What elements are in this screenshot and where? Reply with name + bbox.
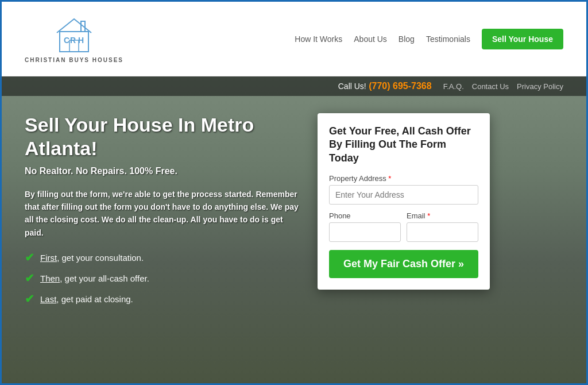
checkmark-icon-3: ✔	[25, 292, 34, 306]
faq-link[interactable]: F.A.Q.	[443, 82, 464, 91]
hero-section: Call Us! (770) 695-7368 F.A.Q. Contact U…	[2, 76, 586, 385]
nav-blog[interactable]: Blog	[399, 34, 415, 44]
main-nav: How It Works About Us Blog Testimonials …	[295, 29, 563, 49]
required-marker: *	[388, 174, 391, 183]
hero-content: Sell Your House In Metro Atlanta! No Rea…	[2, 96, 586, 323]
address-field-group: Property Address *	[329, 174, 478, 205]
step-1: ✔ First, get your consultation.	[25, 251, 300, 264]
hero-topbar: Call Us! (770) 695-7368 F.A.Q. Contact U…	[2, 76, 586, 96]
checkmark-icon-2: ✔	[25, 271, 34, 285]
checkmark-icon-1: ✔	[25, 251, 34, 264]
nav-testimonials[interactable]: Testimonials	[426, 34, 470, 44]
submit-button[interactable]: Get My Fair Cash Offer »	[329, 250, 478, 278]
nav-how-it-works[interactable]: How It Works	[295, 34, 342, 44]
phone-input[interactable]	[329, 222, 401, 242]
address-input[interactable]	[329, 185, 478, 205]
contact-link[interactable]: Contact Us	[472, 82, 509, 91]
hero-subtitle: No Realtor. No Repairs. 100% Free.	[25, 166, 300, 176]
site-header: C R H CHRISTIAN BUYS HOUSES How It Works…	[2, 2, 586, 76]
offer-form-card: Get Your Free, All Cash Offer By Filling…	[318, 113, 490, 290]
step-2-highlight: Then	[40, 274, 60, 283]
svg-text:R: R	[70, 36, 76, 45]
step-1-text: First, get your consultation.	[40, 253, 144, 263]
form-title: Get Your Free, All Cash Offer By Filling…	[329, 125, 478, 165]
privacy-link[interactable]: Privacy Policy	[517, 82, 563, 91]
hero-headline: Sell Your House In Metro Atlanta!	[25, 113, 300, 160]
phone-number[interactable]: (770) 695-7368	[369, 81, 431, 91]
step-3-text: Last, get paid at closing.	[40, 294, 133, 304]
logo: C R H CHRISTIAN BUYS HOUSES	[25, 14, 123, 63]
nav-about-us[interactable]: About Us	[354, 34, 387, 44]
email-input[interactable]	[407, 222, 478, 242]
phone-email-row: Phone Email *	[329, 211, 478, 242]
svg-text:C: C	[64, 36, 69, 45]
email-required-marker: *	[427, 211, 430, 220]
phone-label: Phone	[329, 211, 401, 220]
logo-text: CHRISTIAN BUYS HOUSES	[25, 57, 123, 63]
logo-icon: C R H	[51, 14, 97, 55]
phone-field-group: Phone	[329, 211, 401, 242]
email-field-group: Email *	[407, 211, 478, 242]
topbar-links: F.A.Q. Contact Us Privacy Policy	[443, 82, 563, 91]
address-label: Property Address *	[329, 174, 478, 183]
step-3-highlight: Last	[40, 294, 56, 304]
hero-steps: ✔ First, get your consultation. ✔ Then, …	[25, 251, 300, 306]
svg-text:H: H	[78, 36, 84, 45]
sell-your-house-button[interactable]: Sell Your House	[482, 29, 563, 49]
call-us-text: Call Us! (770) 695-7368	[338, 81, 432, 91]
hero-text: Sell Your House In Metro Atlanta! No Rea…	[25, 113, 300, 306]
hero-description: By filling out the form, we're able to g…	[25, 188, 300, 240]
step-3: ✔ Last, get paid at closing.	[25, 292, 300, 306]
step-1-highlight: First	[40, 253, 57, 263]
call-label: Call Us!	[338, 82, 366, 91]
email-label: Email *	[407, 211, 478, 220]
step-2: ✔ Then, get your all-cash offer.	[25, 271, 300, 285]
step-2-text: Then, get your all-cash offer.	[40, 274, 149, 283]
